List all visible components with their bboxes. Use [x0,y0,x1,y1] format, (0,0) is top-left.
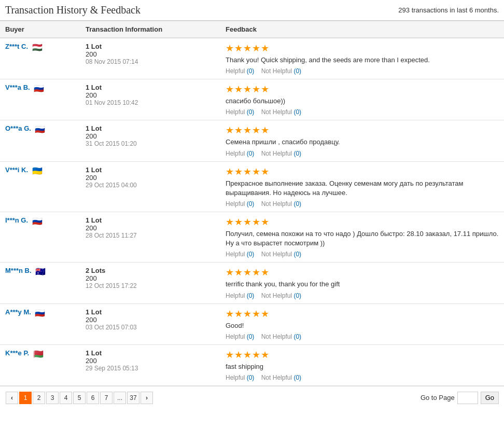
buyer-name[interactable]: M***n B. 🇦🇺 [5,267,75,274]
rating-stars: ★★★★★ [226,216,499,228]
buyer-name[interactable]: A***y M. 🇷🇺 [5,308,75,316]
buyer-name[interactable]: I***n G. 🇷🇺 [5,216,75,224]
go-to-page-label: Go to Page [421,394,455,402]
transaction-price: 200 [86,274,215,282]
helpful-label: Helpful [226,251,247,258]
helpful-label: Helpful [226,108,247,116]
page-button-6[interactable]: 6 [87,392,99,404]
not-helpful-button[interactable]: (0) [293,150,301,157]
transaction-price: 200 [86,357,215,365]
buyer-flag: 🇷🇺 [32,217,43,224]
transaction-price: 200 [86,316,215,324]
page-button-4[interactable]: 4 [60,392,72,404]
feedback-text: спасибо большое)) [226,96,499,106]
buyer-name[interactable]: Z***t C. 🇭🇺 [5,43,75,50]
transaction-price: 200 [86,132,215,140]
page-button-5[interactable]: 5 [73,392,86,404]
table-row: A***y M. 🇷🇺 1 Lot 200 03 Oct 2015 07:03 … [0,303,504,344]
not-helpful-button[interactable]: (0) [293,251,301,258]
rating-stars: ★★★★★ [226,124,499,136]
transaction-date: 31 Oct 2015 01:20 [86,140,215,147]
prev-page-button[interactable]: ‹ [6,392,18,404]
not-helpful-label: Not Helpful [261,108,294,116]
helpful-button[interactable]: (0) [247,108,255,116]
page-button-2[interactable]: 2 [33,392,45,404]
buyer-name[interactable]: V***a B. 🇷🇺 [5,84,75,91]
helpful-button[interactable]: (0) [247,333,255,340]
table-row: V***a B. 🇷🇺 1 Lot 200 01 Nov 2015 10:42 … [0,79,504,120]
transaction-lot: 1 Lot [86,84,215,91]
rating-stars: ★★★★★ [226,349,499,361]
go-to-page-input[interactable] [457,392,478,404]
page-header: Transaction History & Feedback 293 trans… [0,0,504,21]
pagination: ‹ 1234567...37 › Go to Page Go [0,386,504,409]
page-title: Transaction History & Feedback [5,4,141,16]
feedback-text: Thank you! Quick shipping, and the seeds… [226,56,499,65]
helpful-button[interactable]: (0) [247,292,255,299]
helpful-label: Helpful [226,150,247,157]
transaction-lot: 1 Lot [86,216,215,224]
rating-stars: ★★★★★ [226,84,499,95]
next-page-button[interactable]: › [141,392,153,404]
buyer-name[interactable]: O***a G. 🇷🇺 [5,124,75,132]
buyer-flag: 🇺🇦 [32,167,43,174]
col-header-feedback: Feedback [220,21,504,38]
page-button-7[interactable]: 7 [100,392,113,404]
helpful-button[interactable]: (0) [247,374,255,381]
transaction-date: 03 Oct 2015 07:03 [86,324,215,331]
not-helpful-button[interactable]: (0) [293,374,301,381]
helpful-row: Helpful (0) Not Helpful (0) [226,374,499,381]
page-button-3[interactable]: 3 [46,392,59,404]
transaction-lot: 1 Lot [86,124,215,132]
page-button-37[interactable]: 37 [127,392,139,404]
helpful-label: Helpful [226,333,247,340]
transaction-date: 29 Oct 2015 04:00 [86,182,215,189]
transaction-price: 200 [86,91,215,99]
go-button[interactable]: Go [481,392,499,404]
transaction-count: 293 transactions in last 6 months. [398,6,499,14]
not-helpful-label: Not Helpful [261,67,294,75]
feedback-text: Прекрасное выполнение заказа. Оценку сем… [226,179,499,198]
helpful-button[interactable]: (0) [247,150,255,157]
transaction-lot: 1 Lot [86,43,215,50]
buyer-flag: 🇧🇾 [33,350,44,357]
helpful-label: Helpful [226,292,247,299]
buyer-flag: 🇷🇺 [35,126,45,132]
page-ellipsis: ... [114,392,126,404]
helpful-button[interactable]: (0) [247,67,255,75]
transaction-table: Buyer Transaction Information Feedback Z… [0,21,504,386]
rating-stars: ★★★★★ [226,43,499,54]
buyer-flag: 🇭🇺 [32,44,43,50]
feedback-text: fast shipping [226,362,499,371]
helpful-button[interactable]: (0) [247,200,255,207]
not-helpful-button[interactable]: (0) [293,108,301,116]
table-row: O***a G. 🇷🇺 1 Lot 200 31 Oct 2015 01:20 … [0,120,504,161]
buyer-name[interactable]: V***i K. 🇺🇦 [5,166,75,174]
transaction-lot: 1 Lot [86,308,215,316]
not-helpful-label: Not Helpful [261,150,294,157]
page-button-1[interactable]: 1 [19,392,32,404]
transaction-date: 29 Sep 2015 05:13 [86,365,215,372]
not-helpful-label: Not Helpful [261,374,294,381]
buyer-name[interactable]: K***e P. 🇧🇾 [5,349,75,357]
go-to-page: Go to Page Go [421,392,499,404]
table-header-row: Buyer Transaction Information Feedback [0,21,504,38]
not-helpful-button[interactable]: (0) [293,200,301,207]
not-helpful-button[interactable]: (0) [293,67,301,75]
feedback-text: Получил, семена похожи на то что надо ) … [226,229,499,248]
rating-stars: ★★★★★ [226,308,499,320]
not-helpful-label: Not Helpful [261,200,294,207]
transaction-price: 200 [86,50,215,58]
not-helpful-button[interactable]: (0) [293,333,301,340]
helpful-row: Helpful (0) Not Helpful (0) [226,200,499,207]
helpful-row: Helpful (0) Not Helpful (0) [226,333,499,340]
feedback-text: terrific thank you, thank you for the gi… [226,280,499,289]
helpful-button[interactable]: (0) [247,251,255,258]
feedback-text: Good! [226,321,499,330]
buyer-flag: 🇦🇺 [35,268,46,274]
table-row: I***n G. 🇷🇺 1 Lot 200 28 Oct 2015 11:27 … [0,212,504,262]
rating-stars: ★★★★★ [226,166,499,177]
not-helpful-button[interactable]: (0) [293,292,301,299]
buyer-flag: 🇷🇺 [34,85,44,91]
transaction-date: 28 Oct 2015 11:27 [86,232,215,239]
